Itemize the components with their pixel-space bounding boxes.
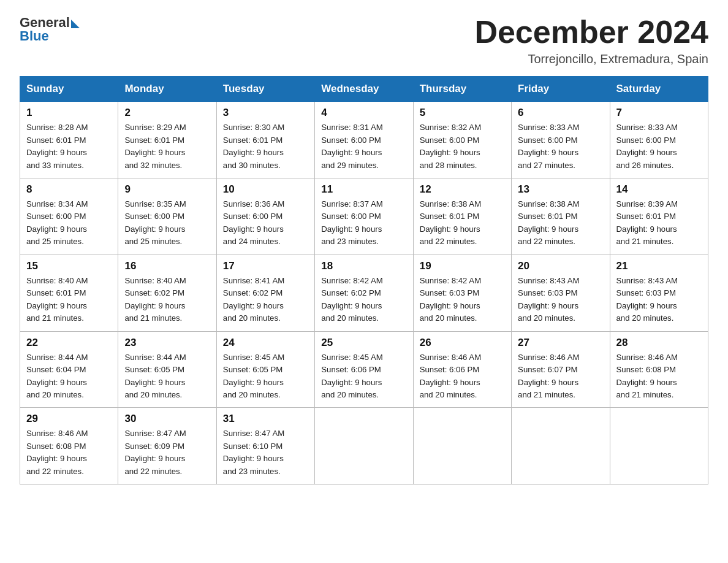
day-number: 18 bbox=[321, 260, 406, 272]
day-number: 16 bbox=[124, 260, 210, 272]
calendar-cell: 30Sunrise: 8:47 AMSunset: 6:09 PMDayligh… bbox=[118, 408, 216, 484]
day-info: Sunrise: 8:43 AMSunset: 6:03 PMDaylight:… bbox=[616, 275, 702, 325]
week-row-5: 29Sunrise: 8:46 AMSunset: 6:08 PMDayligh… bbox=[20, 408, 708, 484]
calendar-cell: 25Sunrise: 8:45 AMSunset: 6:06 PMDayligh… bbox=[315, 331, 413, 408]
calendar-cell: 31Sunrise: 8:47 AMSunset: 6:10 PMDayligh… bbox=[216, 408, 314, 484]
day-info: Sunrise: 8:41 AMSunset: 6:02 PMDaylight:… bbox=[223, 275, 308, 325]
week-row-2: 8Sunrise: 8:34 AMSunset: 6:00 PMDaylight… bbox=[20, 178, 708, 255]
day-info: Sunrise: 8:46 AMSunset: 6:06 PMDaylight:… bbox=[420, 351, 505, 402]
day-info: Sunrise: 8:31 AMSunset: 6:00 PMDaylight:… bbox=[321, 121, 406, 172]
day-info: Sunrise: 8:43 AMSunset: 6:03 PMDaylight:… bbox=[518, 275, 603, 325]
day-number: 14 bbox=[616, 183, 702, 196]
calendar-cell: 20Sunrise: 8:43 AMSunset: 6:03 PMDayligh… bbox=[512, 255, 610, 331]
day-info: Sunrise: 8:38 AMSunset: 6:01 PMDaylight:… bbox=[420, 198, 505, 248]
title-area: December 2024 Torrejoncillo, Extremadura… bbox=[474, 15, 708, 66]
day-number: 9 bbox=[124, 183, 210, 196]
day-number: 15 bbox=[26, 260, 112, 272]
day-info: Sunrise: 8:45 AMSunset: 6:05 PMDaylight:… bbox=[223, 351, 308, 402]
day-number: 17 bbox=[223, 260, 308, 272]
calendar-cell: 17Sunrise: 8:41 AMSunset: 6:02 PMDayligh… bbox=[216, 255, 314, 331]
calendar-cell: 19Sunrise: 8:42 AMSunset: 6:03 PMDayligh… bbox=[413, 255, 511, 331]
day-number: 13 bbox=[518, 183, 603, 196]
calendar-cell: 24Sunrise: 8:45 AMSunset: 6:05 PMDayligh… bbox=[216, 331, 314, 408]
day-number: 11 bbox=[321, 183, 406, 196]
day-info: Sunrise: 8:29 AMSunset: 6:01 PMDaylight:… bbox=[124, 121, 210, 172]
calendar-cell bbox=[315, 408, 413, 484]
calendar-cell: 29Sunrise: 8:46 AMSunset: 6:08 PMDayligh… bbox=[20, 408, 118, 484]
day-number: 19 bbox=[420, 260, 505, 272]
day-info: Sunrise: 8:35 AMSunset: 6:00 PMDaylight:… bbox=[124, 198, 210, 248]
day-number: 1 bbox=[26, 107, 112, 119]
weekday-header-wednesday: Wednesday bbox=[315, 77, 413, 102]
day-number: 3 bbox=[223, 107, 308, 119]
day-number: 29 bbox=[26, 413, 112, 425]
calendar-cell bbox=[413, 408, 511, 484]
day-info: Sunrise: 8:42 AMSunset: 6:03 PMDaylight:… bbox=[420, 275, 505, 325]
day-number: 5 bbox=[420, 107, 505, 119]
calendar-cell: 5Sunrise: 8:32 AMSunset: 6:00 PMDaylight… bbox=[413, 102, 511, 178]
calendar-cell: 11Sunrise: 8:37 AMSunset: 6:00 PMDayligh… bbox=[315, 178, 413, 255]
day-info: Sunrise: 8:38 AMSunset: 6:01 PMDaylight:… bbox=[518, 198, 603, 248]
day-number: 23 bbox=[124, 337, 210, 349]
day-info: Sunrise: 8:33 AMSunset: 6:00 PMDaylight:… bbox=[616, 121, 702, 172]
calendar-cell: 21Sunrise: 8:43 AMSunset: 6:03 PMDayligh… bbox=[610, 255, 708, 331]
day-number: 21 bbox=[616, 260, 702, 272]
day-info: Sunrise: 8:30 AMSunset: 6:01 PMDaylight:… bbox=[223, 121, 308, 172]
logo-triangle-icon bbox=[71, 20, 80, 28]
calendar-cell: 22Sunrise: 8:44 AMSunset: 6:04 PMDayligh… bbox=[20, 331, 118, 408]
day-number: 7 bbox=[616, 107, 702, 119]
day-info: Sunrise: 8:45 AMSunset: 6:06 PMDaylight:… bbox=[321, 351, 406, 402]
calendar-cell: 27Sunrise: 8:46 AMSunset: 6:07 PMDayligh… bbox=[512, 331, 610, 408]
calendar-table: SundayMondayTuesdayWednesdayThursdayFrid… bbox=[20, 76, 708, 484]
calendar-cell: 10Sunrise: 8:36 AMSunset: 6:00 PMDayligh… bbox=[216, 178, 314, 255]
day-info: Sunrise: 8:40 AMSunset: 6:01 PMDaylight:… bbox=[26, 275, 112, 325]
calendar-cell bbox=[610, 408, 708, 484]
day-info: Sunrise: 8:39 AMSunset: 6:01 PMDaylight:… bbox=[616, 198, 702, 248]
day-info: Sunrise: 8:42 AMSunset: 6:02 PMDaylight:… bbox=[321, 275, 406, 325]
weekday-header-monday: Monday bbox=[118, 77, 216, 102]
calendar-cell: 14Sunrise: 8:39 AMSunset: 6:01 PMDayligh… bbox=[610, 178, 708, 255]
calendar-cell: 28Sunrise: 8:46 AMSunset: 6:08 PMDayligh… bbox=[610, 331, 708, 408]
logo-blue: Blue bbox=[20, 28, 49, 44]
day-number: 28 bbox=[616, 337, 702, 349]
day-number: 31 bbox=[223, 413, 308, 425]
week-row-1: 1Sunrise: 8:28 AMSunset: 6:01 PMDaylight… bbox=[20, 102, 708, 178]
calendar-cell: 15Sunrise: 8:40 AMSunset: 6:01 PMDayligh… bbox=[20, 255, 118, 331]
day-number: 30 bbox=[124, 413, 210, 425]
page-header: General Blue December 2024 Torrejoncillo… bbox=[20, 15, 708, 66]
calendar-cell: 2Sunrise: 8:29 AMSunset: 6:01 PMDaylight… bbox=[118, 102, 216, 178]
day-info: Sunrise: 8:47 AMSunset: 6:09 PMDaylight:… bbox=[124, 427, 210, 478]
day-info: Sunrise: 8:46 AMSunset: 6:07 PMDaylight:… bbox=[518, 351, 603, 402]
calendar-cell: 12Sunrise: 8:38 AMSunset: 6:01 PMDayligh… bbox=[413, 178, 511, 255]
day-number: 4 bbox=[321, 107, 406, 119]
day-number: 26 bbox=[420, 337, 505, 349]
week-row-3: 15Sunrise: 8:40 AMSunset: 6:01 PMDayligh… bbox=[20, 255, 708, 331]
calendar-cell: 1Sunrise: 8:28 AMSunset: 6:01 PMDaylight… bbox=[20, 102, 118, 178]
calendar-cell: 23Sunrise: 8:44 AMSunset: 6:05 PMDayligh… bbox=[118, 331, 216, 408]
day-number: 2 bbox=[124, 107, 210, 119]
day-info: Sunrise: 8:40 AMSunset: 6:02 PMDaylight:… bbox=[124, 275, 210, 325]
day-info: Sunrise: 8:32 AMSunset: 6:00 PMDaylight:… bbox=[420, 121, 505, 172]
calendar-cell: 6Sunrise: 8:33 AMSunset: 6:00 PMDaylight… bbox=[512, 102, 610, 178]
calendar-cell: 16Sunrise: 8:40 AMSunset: 6:02 PMDayligh… bbox=[118, 255, 216, 331]
weekday-header-thursday: Thursday bbox=[413, 77, 511, 102]
calendar-cell bbox=[512, 408, 610, 484]
day-number: 8 bbox=[26, 183, 112, 196]
day-info: Sunrise: 8:34 AMSunset: 6:00 PMDaylight:… bbox=[26, 198, 112, 248]
logo: General Blue bbox=[20, 15, 80, 44]
location: Torrejoncillo, Extremadura, Spain bbox=[474, 52, 708, 66]
month-title: December 2024 bbox=[474, 15, 708, 50]
day-number: 22 bbox=[26, 337, 112, 349]
week-row-4: 22Sunrise: 8:44 AMSunset: 6:04 PMDayligh… bbox=[20, 331, 708, 408]
day-number: 27 bbox=[518, 337, 603, 349]
day-number: 10 bbox=[223, 183, 308, 196]
day-number: 6 bbox=[518, 107, 603, 119]
day-number: 24 bbox=[223, 337, 308, 349]
day-info: Sunrise: 8:46 AMSunset: 6:08 PMDaylight:… bbox=[616, 351, 702, 402]
calendar-cell: 4Sunrise: 8:31 AMSunset: 6:00 PMDaylight… bbox=[315, 102, 413, 178]
day-info: Sunrise: 8:33 AMSunset: 6:00 PMDaylight:… bbox=[518, 121, 603, 172]
day-number: 20 bbox=[518, 260, 603, 272]
calendar-cell: 8Sunrise: 8:34 AMSunset: 6:00 PMDaylight… bbox=[20, 178, 118, 255]
weekday-header-row: SundayMondayTuesdayWednesdayThursdayFrid… bbox=[20, 77, 708, 102]
day-number: 12 bbox=[420, 183, 505, 196]
